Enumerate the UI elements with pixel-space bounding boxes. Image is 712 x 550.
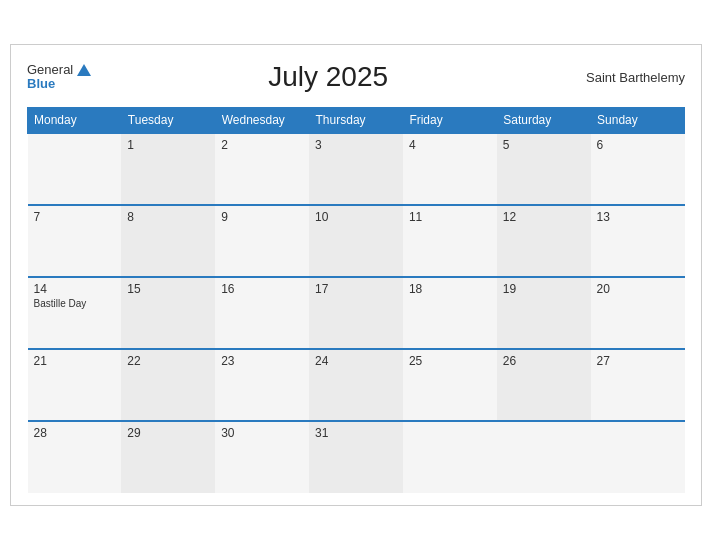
header-row: Monday Tuesday Wednesday Thursday Friday… [28,108,685,134]
day-number: 23 [221,354,303,368]
calendar-week-5: 28293031 [28,421,685,493]
calendar-week-2: 78910111213 [28,205,685,277]
day-number: 9 [221,210,303,224]
calendar-cell: 21 [28,349,122,421]
calendar-cell: 17 [309,277,403,349]
calendar-cell: 1 [121,133,215,205]
col-saturday: Saturday [497,108,591,134]
calendar-cell: 22 [121,349,215,421]
calendar-cell: 7 [28,205,122,277]
logo-triangle-icon [77,64,91,76]
calendar-table: Monday Tuesday Wednesday Thursday Friday… [27,107,685,493]
calendar-week-3: 14Bastille Day151617181920 [28,277,685,349]
calendar-cell: 24 [309,349,403,421]
day-number: 7 [34,210,116,224]
calendar-cell: 30 [215,421,309,493]
calendar-week-1: 123456 [28,133,685,205]
col-sunday: Sunday [591,108,685,134]
day-number: 20 [597,282,679,296]
col-tuesday: Tuesday [121,108,215,134]
day-number: 28 [34,426,116,440]
calendar-cell: 12 [497,205,591,277]
calendar-cell: 20 [591,277,685,349]
day-number: 30 [221,426,303,440]
calendar-cell: 8 [121,205,215,277]
day-number: 2 [221,138,303,152]
logo-general-text: General [27,63,73,77]
calendar-cell: 9 [215,205,309,277]
calendar-cell: 11 [403,205,497,277]
calendar-week-4: 21222324252627 [28,349,685,421]
calendar-cell [403,421,497,493]
calendar-cell: 10 [309,205,403,277]
day-number: 31 [315,426,397,440]
calendar-cell [591,421,685,493]
day-number: 22 [127,354,209,368]
calendar-cell: 27 [591,349,685,421]
day-number: 1 [127,138,209,152]
calendar-thead: Monday Tuesday Wednesday Thursday Friday… [28,108,685,134]
calendar-cell [28,133,122,205]
day-number: 14 [34,282,116,296]
calendar-container: General Blue July 2025 Saint Barthelemy … [10,44,702,506]
calendar-cell: 15 [121,277,215,349]
calendar-cell: 25 [403,349,497,421]
day-number: 26 [503,354,585,368]
day-number: 27 [597,354,679,368]
day-number: 17 [315,282,397,296]
day-number: 8 [127,210,209,224]
day-number: 18 [409,282,491,296]
calendar-cell: 28 [28,421,122,493]
calendar-cell: 5 [497,133,591,205]
day-number: 21 [34,354,116,368]
calendar-cell: 16 [215,277,309,349]
day-number: 10 [315,210,397,224]
day-number: 29 [127,426,209,440]
calendar-cell: 26 [497,349,591,421]
calendar-cell: 23 [215,349,309,421]
logo: General Blue [27,63,91,92]
col-thursday: Thursday [309,108,403,134]
col-monday: Monday [28,108,122,134]
day-number: 19 [503,282,585,296]
calendar-cell: 3 [309,133,403,205]
day-number: 25 [409,354,491,368]
calendar-body: 1234567891011121314Bastille Day151617181… [28,133,685,493]
day-number: 24 [315,354,397,368]
calendar-title: July 2025 [91,61,565,93]
calendar-region: Saint Barthelemy [565,70,685,85]
col-wednesday: Wednesday [215,108,309,134]
day-number: 6 [597,138,679,152]
day-number: 16 [221,282,303,296]
calendar-cell: 14Bastille Day [28,277,122,349]
day-number: 15 [127,282,209,296]
calendar-cell: 4 [403,133,497,205]
day-number: 13 [597,210,679,224]
calendar-cell: 19 [497,277,591,349]
day-event: Bastille Day [34,298,116,309]
col-friday: Friday [403,108,497,134]
calendar-cell: 18 [403,277,497,349]
calendar-cell: 13 [591,205,685,277]
day-number: 3 [315,138,397,152]
day-number: 5 [503,138,585,152]
calendar-cell: 29 [121,421,215,493]
calendar-cell [497,421,591,493]
calendar-cell: 31 [309,421,403,493]
logo-blue-text: Blue [27,77,91,91]
day-number: 12 [503,210,585,224]
calendar-cell: 6 [591,133,685,205]
calendar-cell: 2 [215,133,309,205]
calendar-header: General Blue July 2025 Saint Barthelemy [27,61,685,93]
day-number: 4 [409,138,491,152]
day-number: 11 [409,210,491,224]
